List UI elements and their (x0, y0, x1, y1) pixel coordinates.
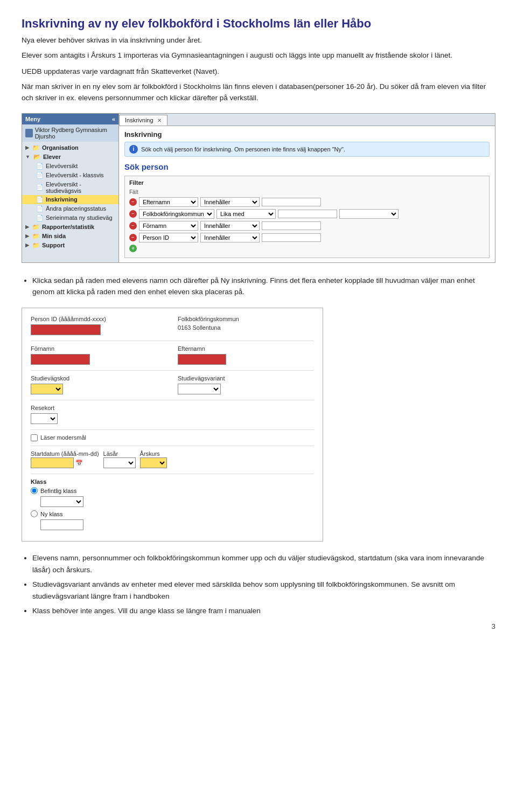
sidebar-item-label: Ändra placeringsstatus (46, 205, 106, 212)
filter-field-select-1[interactable]: Efternamn (139, 197, 198, 207)
fornamn-input[interactable] (31, 354, 90, 365)
doc-icon: 📄 (36, 205, 44, 212)
filter-field-select-3[interactable]: Förnamn (139, 221, 198, 231)
sidebar-item-label: Elevöversikt (46, 163, 78, 169)
sidebar-item-elever[interactable]: ▼ 📂 Elever (22, 152, 118, 162)
chevron-right-icon: ▶ (25, 224, 29, 230)
modersmal-checkbox[interactable] (31, 434, 38, 441)
bullet-list-2: Elevens namn, personnummer och folkbokfö… (32, 552, 495, 617)
filter-row-1: − Efternamn Innehåller (129, 197, 485, 207)
sidebar-nav: ▶ 📁 Organisation ▼ 📂 Elever 📄 Elevöversi… (22, 142, 118, 252)
ny-klass-radio[interactable] (31, 510, 38, 517)
sidebar-item-serieinmata[interactable]: 📄 Serieinmata ny studieväg (22, 213, 118, 223)
befintlig-klass-radio[interactable] (31, 487, 38, 494)
sidebar-item-inskrivning[interactable]: 📄 Inskrivning (22, 195, 118, 204)
filter-value-input-1[interactable] (262, 198, 321, 206)
filter-value-input-4[interactable] (262, 233, 321, 242)
sidebar-item-elevoverview-sv[interactable]: 📄 Elevöversikt - studievägsvis (22, 180, 118, 195)
efternamn-input[interactable] (178, 354, 226, 365)
sidebar-item-rapporter[interactable]: ▶ 📁 Rapporter/statistik (22, 223, 118, 232)
modersmal-label: Läser modersmål (40, 434, 86, 441)
filter-field-header: Fält (129, 189, 485, 195)
klass-section: Klass Befintlig klass Ny klass (31, 478, 314, 530)
arskurs-select[interactable] (140, 457, 167, 468)
studievagskod-select[interactable] (31, 384, 63, 394)
lasaar-select[interactable] (103, 457, 136, 468)
ny-klass-input[interactable] (40, 519, 83, 530)
filter-row-3: − Förnamn Innehåller (129, 221, 485, 231)
sidebar-item-organisation[interactable]: ▶ 📁 Organisation (22, 143, 118, 152)
startdatum-input[interactable] (31, 457, 74, 468)
person-id-input[interactable] (31, 324, 101, 335)
user-icon (25, 129, 33, 137)
filter-value-input-2[interactable] (278, 210, 337, 218)
form-col-studievagskod: Studievägskod (31, 375, 167, 394)
filter-operator-select-3[interactable]: Innehåller (200, 221, 260, 231)
folder-icon: 📁 (32, 242, 40, 249)
studievagsvariant-select[interactable] (178, 384, 221, 394)
sidebar-item-label: Min sida (42, 233, 66, 239)
sidebar-user: Viktor Rydberg Gymnasium Djursho (22, 124, 118, 142)
para3-text: När man skriver in en ny elev som är fol… (22, 81, 495, 103)
sidebar-item-andra-placering[interactable]: 📄 Ändra placeringsstatus (22, 204, 118, 213)
filter-row-2: − Folkbokföringskommun Lika med (129, 209, 485, 219)
sidebar-item-elevoverview-klass[interactable]: 📄 Elevöversikt - klassvis (22, 171, 118, 180)
filter-remove-btn-1[interactable]: − (129, 198, 137, 206)
filter-box: Filter Fält − Efternamn Innehåller − (124, 176, 490, 258)
form-row-personid: Person ID (ååååmmdd-xxxx) Folkbokförings… (31, 316, 314, 335)
befintlig-klass-select[interactable] (40, 496, 83, 507)
tab-inskrivning[interactable]: Inskrivning ✕ (119, 115, 167, 126)
filter-field-select-2[interactable]: Folkbokföringskommun (139, 209, 214, 219)
form-col-startdatum: Startdatum (åååå-mm-dd) 📅 (31, 450, 99, 468)
main-content: Inskrivning i Sök och välj person för in… (119, 126, 495, 262)
filter-remove-btn-2[interactable]: − (129, 210, 137, 218)
bullet-item-2: Elevens namn, personnummer och folkbokfö… (32, 552, 495, 575)
filter-operator-select-4[interactable]: Innehåller (200, 233, 260, 242)
doc-icon: 📄 (36, 172, 44, 179)
filter-operator-select-1[interactable]: Innehåller (200, 197, 260, 207)
befintlig-klass-label: Befintlig klass (40, 488, 76, 494)
info-text: Sök och välj person för inskrivning. Om … (141, 146, 345, 152)
filter-add-btn[interactable]: + (129, 245, 137, 252)
lasaar-label: Läsår (103, 450, 136, 457)
tab-close-icon[interactable]: ✕ (157, 117, 162, 123)
info-icon: i (129, 145, 138, 154)
sidebar-header: Meny « (22, 114, 118, 124)
filter-remove-btn-3[interactable]: − (129, 222, 137, 230)
chevron-right-icon: ▶ (25, 233, 29, 239)
arskurs-label: Årskurs (140, 450, 167, 457)
sidebar-item-min-sida[interactable]: ▶ 📁 Min sida (22, 232, 118, 241)
ny-klass-label: Ny klass (40, 511, 63, 517)
main-header: Inskrivning (124, 130, 490, 138)
startdatum-icon[interactable]: 📅 (75, 460, 83, 467)
tab-label: Inskrivning (125, 117, 153, 123)
form-col-fornamn: Förnamn (31, 345, 167, 365)
sidebar-item-support[interactable]: ▶ 📁 Support (22, 241, 118, 250)
filter-remove-btn-4[interactable]: − (129, 234, 137, 241)
radio-row-befintlig: Befintlig klass (31, 487, 314, 494)
sidebar-item-elevoverview[interactable]: 📄 Elevöversikt (22, 162, 118, 171)
filter-value-select-2[interactable] (339, 209, 399, 219)
bullet-item-3: Studievägsvariant används av enheter med… (32, 579, 495, 602)
filter-add-row: + (129, 245, 485, 252)
person-id-label: Person ID (ååååmmdd-xxxx) (31, 316, 167, 322)
filter-value-input-3[interactable] (262, 221, 321, 230)
sidebar-item-label: Rapporter/statistik (42, 224, 94, 230)
main-area: Inskrivning ✕ Inskrivning i Sök och välj… (119, 114, 495, 262)
doc-icon: 📄 (36, 163, 44, 170)
form-window: Person ID (ååååmmdd-xxxx) Folkbokförings… (22, 308, 323, 542)
form-row-name: Förnamn Efternamn (31, 345, 314, 365)
doc-icon: 📄 (36, 196, 44, 203)
sidebar-collapse-icon[interactable]: « (112, 116, 115, 122)
folder-icon: 📁 (32, 144, 40, 151)
form-row-modersmal: Läser modersmål (31, 434, 314, 441)
chevron-down-icon: ▼ (25, 154, 30, 159)
filter-field-select-4[interactable]: Person ID (139, 233, 198, 242)
doc-icon: 📄 (36, 214, 44, 221)
filter-operator-select-2[interactable]: Lika med (216, 209, 276, 219)
resekort-select[interactable] (31, 413, 58, 424)
page-title: Inskrivning av ny elev folkbokförd i Sto… (22, 16, 495, 32)
radio-row-ny: Ny klass (31, 510, 314, 517)
form-row-resekort: Resekort (31, 405, 314, 424)
bullet-item-1: Klicka sedan på raden med elevens namn o… (32, 275, 495, 298)
